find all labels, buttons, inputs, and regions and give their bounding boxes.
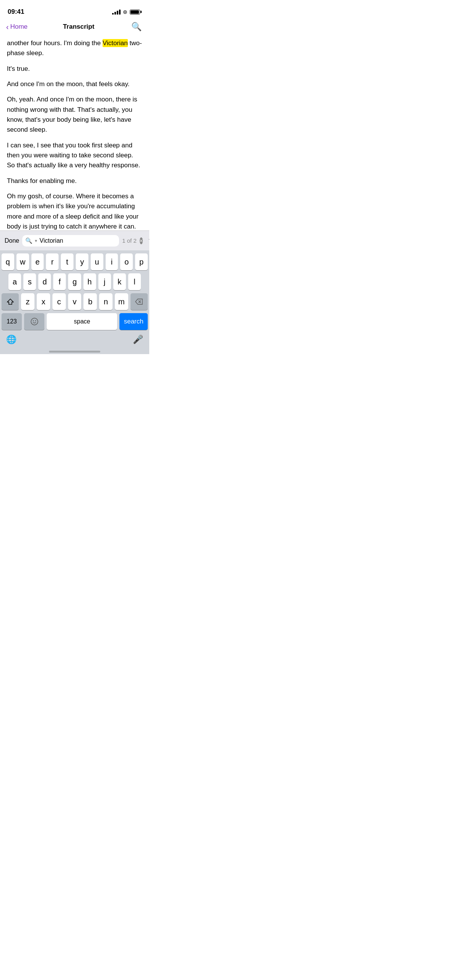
- svg-point-2: [35, 320, 36, 321]
- paragraph-2: It's true.: [7, 64, 142, 74]
- status-icons: ⊛: [112, 9, 142, 15]
- nav-bar: ‹ Home Transcript 🔍: [0, 18, 149, 35]
- key-l[interactable]: l: [128, 273, 141, 290]
- find-clear-button[interactable]: [140, 237, 143, 244]
- key-f[interactable]: f: [53, 273, 66, 290]
- done-button[interactable]: Done: [5, 237, 19, 244]
- highlight-victorian-1: Victorian: [103, 39, 128, 47]
- keyboard-row-2: a s d f g h j k l: [0, 273, 149, 290]
- paragraph-4: Oh, yeah. And once I'm on the moon, ther…: [7, 95, 142, 135]
- key-w[interactable]: w: [16, 253, 29, 270]
- home-bar: [49, 351, 100, 353]
- wifi-icon: ⊛: [123, 9, 127, 15]
- paragraph-7: Oh my gosh, of course. Where it becomes …: [7, 191, 142, 230]
- keyboard-bottom: 🌐 🎤: [0, 333, 149, 348]
- back-label: Home: [10, 23, 28, 31]
- paragraph-3: And once I'm on the moon, that feels oka…: [7, 79, 142, 89]
- key-i[interactable]: i: [106, 253, 118, 270]
- find-input[interactable]: [39, 237, 116, 244]
- key-g[interactable]: g: [68, 273, 81, 290]
- globe-icon[interactable]: 🌐: [6, 335, 16, 345]
- signal-icon: [112, 10, 121, 15]
- battery-icon: [130, 10, 142, 15]
- svg-point-0: [31, 318, 38, 325]
- key-a[interactable]: a: [8, 273, 21, 290]
- status-time: 09:41: [8, 8, 24, 16]
- key-b[interactable]: b: [83, 293, 97, 310]
- paragraph-5: I can see, I see that you took first sle…: [7, 140, 142, 171]
- key-r[interactable]: r: [46, 253, 59, 270]
- key-e[interactable]: e: [31, 253, 44, 270]
- key-k[interactable]: k: [113, 273, 126, 290]
- key-c[interactable]: c: [52, 293, 66, 310]
- svg-point-1: [33, 320, 34, 321]
- key-o[interactable]: o: [120, 253, 133, 270]
- space-key[interactable]: space: [47, 313, 117, 330]
- search-button[interactable]: 🔍: [130, 20, 143, 33]
- delete-key[interactable]: [131, 293, 148, 310]
- key-t[interactable]: t: [61, 253, 73, 270]
- key-p[interactable]: p: [135, 253, 148, 270]
- emoji-key[interactable]: [24, 313, 44, 330]
- page-title: Transcript: [63, 23, 94, 31]
- key-n[interactable]: n: [99, 293, 113, 310]
- key-h[interactable]: h: [83, 273, 96, 290]
- find-count: 1 of 2: [122, 237, 137, 244]
- keyboard-row-1: q w e r t y u i o p: [0, 253, 149, 270]
- key-u[interactable]: u: [91, 253, 103, 270]
- key-s[interactable]: s: [23, 273, 36, 290]
- key-x[interactable]: x: [37, 293, 50, 310]
- find-input-wrap: 🔍 ▾: [22, 235, 119, 247]
- key-y[interactable]: y: [76, 253, 88, 270]
- keyboard-row-3: z x c v b n m: [0, 293, 149, 310]
- keyboard-row-4: 123 space search: [0, 313, 149, 330]
- back-button[interactable]: ‹ Home: [6, 23, 28, 31]
- back-chevron-icon: ‹: [6, 23, 9, 31]
- find-bar: Done 🔍 ▾ 1 of 2 ⌃ ⌄: [0, 230, 149, 250]
- find-nav-buttons: ⌃ ⌄: [146, 235, 149, 246]
- microphone-icon[interactable]: 🎤: [133, 335, 143, 345]
- status-bar: 09:41 ⊛: [0, 0, 149, 18]
- key-v[interactable]: v: [68, 293, 82, 310]
- key-m[interactable]: m: [115, 293, 128, 310]
- find-prev-button[interactable]: ⌃: [146, 235, 149, 246]
- num-key[interactable]: 123: [2, 313, 22, 330]
- find-input-chevron-icon: ▾: [35, 238, 37, 243]
- shift-key[interactable]: [2, 293, 19, 310]
- search-key[interactable]: search: [119, 313, 148, 330]
- find-search-icon: 🔍: [25, 237, 33, 244]
- paragraph-1: another four hours. I'm doing the Victor…: [7, 38, 142, 59]
- key-q[interactable]: q: [2, 253, 14, 270]
- key-d[interactable]: d: [38, 273, 51, 290]
- transcript-content: another four hours. I'm doing the Victor…: [0, 35, 149, 230]
- home-indicator: [0, 348, 149, 354]
- key-j[interactable]: j: [98, 273, 111, 290]
- key-z[interactable]: z: [21, 293, 34, 310]
- keyboard: q w e r t y u i o p a s d f g h j k l z …: [0, 250, 149, 348]
- paragraph-6: Thanks for enabling me.: [7, 176, 142, 186]
